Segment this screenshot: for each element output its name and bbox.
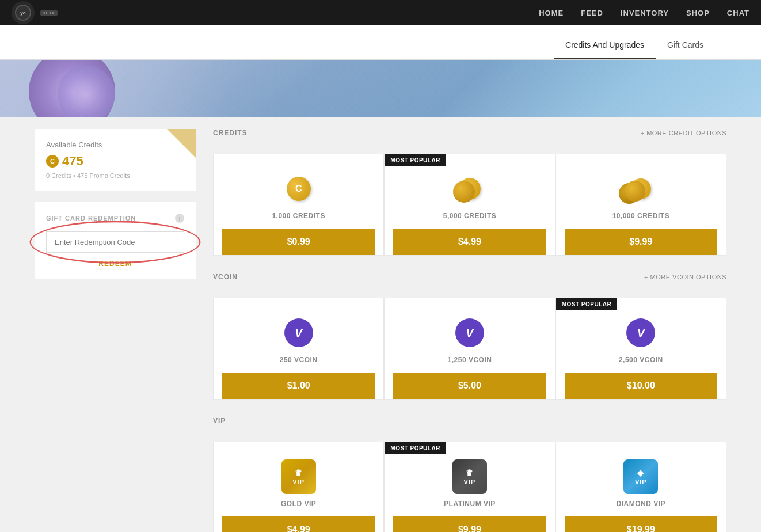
credits-amount: C 475 (46, 154, 184, 169)
tab-credits-upgrades[interactable]: Credits And Upgrades (554, 32, 656, 59)
card-5000-credits: MOST POPULAR C 5,000 CREDITS $4.99 (384, 154, 555, 256)
redemption-code-input[interactable] (46, 231, 184, 253)
card-gold-vip-label: GOLD VIP (281, 500, 316, 516)
credits-cards-grid: C 1,000 CREDITS $0.99 MOST POPULAR C (213, 154, 726, 256)
buy-1250-vcoin-btn[interactable]: $5.00 (393, 373, 546, 399)
nav-chat[interactable]: CHAT (727, 9, 749, 17)
credits-section-title: CREDITS (213, 129, 248, 137)
nav-feed[interactable]: FEED (581, 9, 603, 17)
tab-gift-cards[interactable]: Gift Cards (656, 32, 715, 59)
credits-corner (167, 129, 196, 158)
redeem-button[interactable]: REDEEM (46, 260, 184, 268)
gift-card-header: GIFT CARD REDEMPTION i (46, 214, 184, 223)
buy-gold-vip-btn[interactable]: $4.99 (222, 516, 375, 532)
logo-text: yo (20, 10, 25, 16)
sub-navbar: Credits And Upgrades Gift Cards (0, 25, 761, 60)
buy-diamond-vip-btn[interactable]: $19.99 (565, 516, 717, 532)
main-content: Available Credits C 475 0 Credits • 475 … (0, 117, 761, 532)
card-diamond-vip-label: DIAMOND VIP (617, 500, 666, 516)
navbar: yo BETA HOME FEED INVENTORY SHOP CHAT (0, 0, 761, 25)
logo[interactable]: yo (12, 1, 35, 24)
card-2500-vcoin-label: 2,500 VCOIN (619, 356, 663, 373)
card-10000-label: 10,000 CREDITS (612, 212, 669, 229)
credits-number: 475 (62, 154, 83, 169)
left-panel: Available Credits C 475 0 Credits • 475 … (35, 129, 196, 532)
card-1000-label: 1,000 CREDITS (272, 212, 325, 229)
buy-2500-vcoin-btn[interactable]: $10.00 (565, 373, 717, 399)
buy-250-vcoin-btn[interactable]: $1.00 (222, 373, 375, 399)
buy-1000-credits-btn[interactable]: $0.99 (222, 229, 375, 255)
vip-section-title: VIP (213, 417, 226, 425)
gift-card-info-icon[interactable]: i (175, 214, 184, 223)
vip-cards-grid: ♛ VIP GOLD VIP $4.99 MOST POPULAR ♛ VIP (213, 442, 726, 532)
right-panel: CREDITS + MORE CREDIT OPTIONS C 1,000 CR… (213, 129, 726, 532)
buy-platinum-vip-btn[interactable]: $9.99 (393, 516, 546, 532)
credits-breakdown: 0 Credits • 475 Promo Credits (46, 172, 184, 179)
logo-inner: yo (15, 5, 31, 21)
vip-section-header: VIP (213, 417, 726, 430)
nav-shop[interactable]: SHOP (686, 9, 710, 17)
card-platinum-vip-label: PLATINUM VIP (444, 500, 496, 516)
credits-box: Available Credits C 475 0 Credits • 475 … (35, 129, 196, 191)
platinum-vip-icon: ♛ VIP (452, 459, 487, 494)
nav-inventory[interactable]: INVENTORY (621, 9, 669, 17)
hero-banner (0, 60, 761, 117)
gift-card-title: GIFT CARD REDEMPTION (46, 215, 136, 222)
beta-label: BETA (40, 10, 58, 16)
vcoin-section-header: VCOIN + MORE VCOIN OPTIONS (213, 273, 726, 286)
credits-icon-md: C (452, 172, 487, 206)
card-250-vcoin-label: 250 VCOIN (280, 356, 318, 373)
credits-section: CREDITS + MORE CREDIT OPTIONS C 1,000 CR… (213, 129, 726, 256)
gift-card-section: GIFT CARD REDEMPTION i REDEEM (35, 202, 196, 279)
buy-10000-credits-btn[interactable]: $9.99 (565, 229, 717, 255)
credits-icon-lg: C (623, 172, 658, 206)
vcoin-icon-1250: V (452, 316, 487, 350)
card-1250-vcoin: V 1,250 VCOIN $5.00 (384, 298, 555, 400)
card-1250-vcoin-label: 1,250 VCOIN (448, 356, 492, 373)
card-10000-credits: C 10,000 CREDITS $9.99 (555, 154, 726, 256)
vip-section: VIP ♛ VIP GOLD VIP $4.99 MOST POP (213, 417, 726, 532)
card-1000-credits: C 1,000 CREDITS $0.99 (213, 154, 384, 256)
vcoin-cards-grid: V 250 VCOIN $1.00 V 1,250 VCOIN $5.00 (213, 298, 726, 400)
credits-coin-icon: C (46, 155, 59, 168)
nav-home[interactable]: HOME (539, 9, 564, 17)
gold-vip-icon: ♛ VIP (281, 459, 316, 494)
card-platinum-vip: MOST POPULAR ♛ VIP PLATINUM VIP $9.99 (384, 442, 555, 532)
vcoin-icon-250: V (281, 316, 316, 350)
vcoin-icon-2500: V (623, 316, 658, 350)
redemption-wrapper (46, 231, 184, 253)
vcoin-section-title: VCOIN (213, 273, 238, 281)
most-popular-badge-vip: MOST POPULAR (385, 442, 446, 454)
diamond-vip-icon: ◆ VIP (623, 459, 658, 494)
card-5000-label: 5,000 CREDITS (443, 212, 497, 229)
card-diamond-vip: ◆ VIP DIAMOND VIP $19.99 (555, 442, 726, 532)
most-popular-badge-vcoin: MOST POPULAR (556, 298, 618, 310)
hero-circle-2 (58, 66, 115, 117)
credits-icon-sm: C (281, 172, 316, 206)
card-250-vcoin: V 250 VCOIN $1.00 (213, 298, 384, 400)
buy-5000-credits-btn[interactable]: $4.99 (393, 229, 546, 255)
credits-section-header: CREDITS + MORE CREDIT OPTIONS (213, 129, 726, 142)
card-gold-vip: ♛ VIP GOLD VIP $4.99 (213, 442, 384, 532)
credits-more-link[interactable]: + MORE CREDIT OPTIONS (641, 130, 726, 136)
nav-links: HOME FEED INVENTORY SHOP CHAT (539, 7, 749, 18)
vcoin-more-link[interactable]: + MORE VCOIN OPTIONS (644, 273, 726, 280)
credits-title: Available Credits (46, 140, 184, 149)
card-2500-vcoin: MOST POPULAR V 2,500 VCOIN $10.00 (555, 298, 726, 400)
most-popular-badge-credits: MOST POPULAR (385, 154, 446, 166)
vcoin-section: VCOIN + MORE VCOIN OPTIONS V 250 VCOIN $… (213, 273, 726, 400)
